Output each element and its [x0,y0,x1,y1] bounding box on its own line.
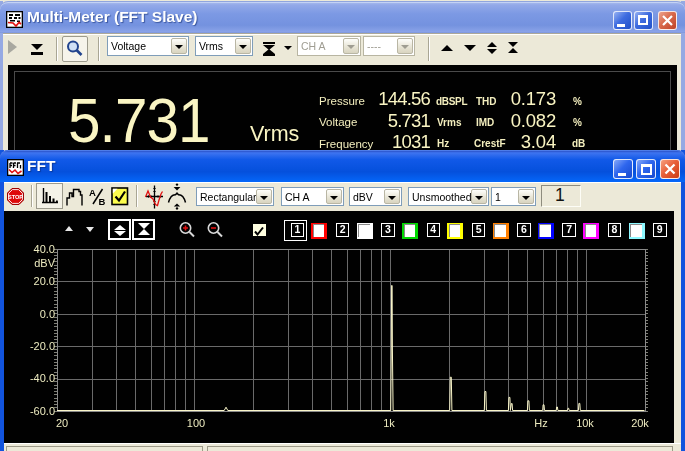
svg-text:-40.0: -40.0 [30,372,55,384]
svg-text:-20.0: -20.0 [30,340,55,352]
svg-text:0.0: 0.0 [40,308,55,320]
svg-text:20k: 20k [631,417,649,429]
svg-text:1k: 1k [383,417,395,429]
svg-text:dBV: dBV [34,257,55,269]
svg-text:-60.0: -60.0 [30,405,55,417]
svg-text:20: 20 [56,417,68,429]
svg-text:40.0: 40.0 [34,243,55,255]
svg-text:B: B [99,196,106,207]
svg-text:A: A [89,187,96,198]
svg-text:10k: 10k [576,417,594,429]
svg-text:STOP: STOP [8,194,23,200]
svg-text:Hz: Hz [534,417,547,429]
svg-text:100: 100 [187,417,205,429]
svg-text:20.0: 20.0 [34,275,55,287]
